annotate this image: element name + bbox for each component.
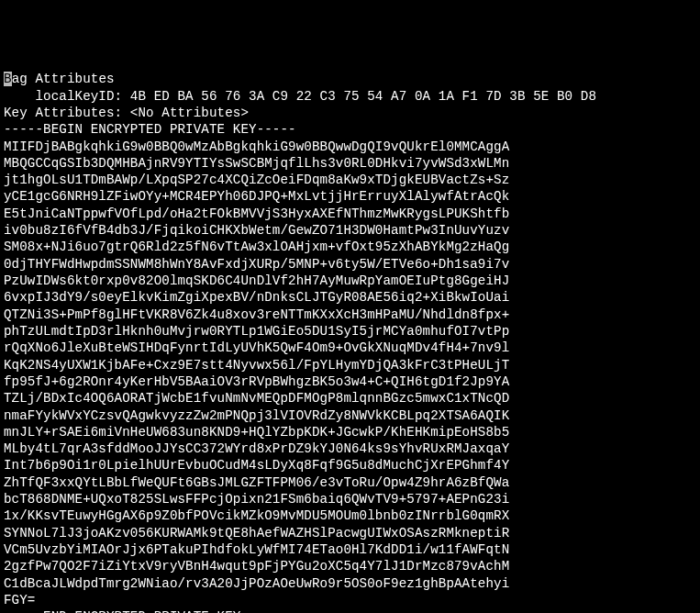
terminal-line: yCE1gcG6NRH9lZFiwOYy+MCR4EPYh06DJPQ+MxLv… xyxy=(4,188,696,205)
terminal-text: mnJLY+rSAEi6miVnHeUW683un8KND9+HQlYZbpKD… xyxy=(4,425,509,440)
terminal-text: phTzULmdtIpD3rlHknh0uMvjrw0RYTLp1WGiEo5D… xyxy=(4,324,509,339)
terminal-line: 0djTHYFWdHwpdmSSNWM8hWnY8AvFxdjXURp/5MNP… xyxy=(4,256,696,273)
terminal-line: SM08x+NJi6uo7gtrQ6Rld2z5fN6vTtAw3xlOAHjx… xyxy=(4,239,696,255)
terminal-text: ZhTfQF3xxQYtLBbLfWeQUFt6GBsJMLGZFTFPM06/… xyxy=(4,475,509,490)
terminal-text: SM08x+NJi6uo7gtrQ6Rld2z5fN6vTtAw3xlOAHjx… xyxy=(4,240,509,254)
terminal-text: C1dBcaJLWdpdTmrg2WNiao/rv3A20JjPOzAOeUwR… xyxy=(4,576,509,591)
terminal-text: Int7b6p9Oi1r0LpielhUUrEvbuOCudM4sLDyXq8F… xyxy=(4,458,509,473)
terminal-text: rQqXNo6JleXuBteWSIHDqFynrtIdLyUVhK5QwF4O… xyxy=(4,340,509,355)
terminal-line: TZLj/BDxIc4OQ6AORATjWcbE1fvuNmNvMEQpDFMO… xyxy=(4,390,696,407)
terminal-line: MLby4tL7qrA3sfddMooJJYsCC372WYrd8xPrDZ9k… xyxy=(4,440,696,457)
terminal-line: -----BEGIN ENCRYPTED PRIVATE KEY----- xyxy=(4,121,696,138)
terminal-text: -----BEGIN ENCRYPTED PRIVATE KEY----- xyxy=(4,122,296,137)
terminal-line: fp95fJ+6g2ROnr4yKerHbV5BAaiOV3rRVpBWhgzB… xyxy=(4,373,696,390)
terminal-text: jt1hgOLsU1TDmBAWp/LXpqSP27c4XCQiZcOeiFDq… xyxy=(4,173,509,187)
terminal-text: QTZNi3S+PmPf8glHFtVKR8V6Zk4u8xov3reNTTmK… xyxy=(4,307,509,322)
terminal-line: FGY= xyxy=(4,592,696,608)
terminal-text: ag Attributes xyxy=(12,72,115,86)
terminal-text: yCE1gcG6NRH9lZFiwOYy+MCR4EPYh06DJPQ+MxLv… xyxy=(4,189,509,204)
terminal-text: E5tJniCaNTppwfVOfLpd/oHa2tFOkBMVVjS3HyxA… xyxy=(4,206,509,221)
terminal-line: MIIFDjBABgkqhkiG9w0BBQ0wMzAbBgkqhkiG9w0B… xyxy=(4,139,696,155)
terminal-line: QTZNi3S+PmPf8glHFtVKR8V6Zk4u8xov3reNTTmK… xyxy=(4,306,696,323)
terminal-line: 2gzfPw7QO2F7iZiYtxV9ryVBnH4wqut9pFjPYGu2… xyxy=(4,558,696,574)
terminal-line: nmaFYykWVxYCzsvQAgwkvyzzZw2mPNQpj3lVIOVR… xyxy=(4,407,696,424)
terminal-output: Bag Attributes localKeyID: 4B ED BA 56 7… xyxy=(4,71,696,613)
terminal-text: VCm5UvzbYiMIAOrJjx6PTakuPIhdfokLyWfMI74E… xyxy=(4,542,509,557)
terminal-text: FGY= xyxy=(4,593,35,607)
terminal-line: KqK2NS4yUXW1KjbAFe+Cxz9E7stt4Nyvwx56l/Fp… xyxy=(4,357,696,373)
terminal-line: -----END ENCRYPTED PRIVATE KEY----- xyxy=(4,608,696,613)
terminal-text: iv0bu8zI6fVfB4db3J/FjqikoiCHKXbWetm/GewZ… xyxy=(4,223,509,238)
terminal-text: PzUwIDWs6kt0rxp0v82O0lmqSKD6C4UnDlVf2hH7… xyxy=(4,273,509,288)
terminal-line: Bag Attributes xyxy=(4,71,696,87)
terminal-text: TZLj/BDxIc4OQ6AORATjWcbE1fvuNmNvMEQpDFMO… xyxy=(4,391,509,406)
terminal-text: -----END ENCRYPTED PRIVATE KEY----- xyxy=(4,609,281,613)
terminal-line: rQqXNo6JleXuBteWSIHDqFynrtIdLyUVhK5QwF4O… xyxy=(4,340,696,356)
terminal-line: phTzULmdtIpD3rlHknh0uMvjrw0RYTLp1WGiEo5D… xyxy=(4,323,696,340)
terminal-line: Int7b6p9Oi1r0LpielhUUrEvbuOCudM4sLDyXq8F… xyxy=(4,457,696,474)
terminal-line: C1dBcaJLWdpdTmrg2WNiao/rv3A20JjPOzAOeUwR… xyxy=(4,575,696,592)
terminal-text: nmaFYykWVxYCzsvQAgwkvyzzZw2mPNQpj3lVIOVR… xyxy=(4,408,509,423)
terminal-text: Key Attributes: <No Attributes> xyxy=(4,106,249,120)
terminal-text: bcT868DNME+UQxoT825SLwsFFPcjOpixn21FSm6b… xyxy=(4,492,509,507)
terminal-line: PzUwIDWs6kt0rxp0v82O0lmqSKD6C4UnDlVf2hH7… xyxy=(4,273,696,289)
terminal-text: fp95fJ+6g2ROnr4yKerHbV5BAaiOV3rRVpBWhgzB… xyxy=(4,374,509,389)
terminal-text: 1x/KKsvTEuwyHGgAX6p9Z0bfPOVcikMZkO9MvMDU… xyxy=(4,508,509,523)
cursor-highlight: B xyxy=(4,72,12,86)
terminal-text: KqK2NS4yUXW1KjbAFe+Cxz9E7stt4Nyvwx56l/Fp… xyxy=(4,358,509,373)
terminal-line: ZhTfQF3xxQYtLBbLfWeQUFt6GBsJMLGZFTFPM06/… xyxy=(4,474,696,491)
terminal-text: localKeyID: 4B ED BA 56 76 3A C9 22 C3 7… xyxy=(4,89,596,104)
terminal-line: VCm5UvzbYiMIAOrJjx6PTakuPIhdfokLyWfMI74E… xyxy=(4,541,696,558)
terminal-line: iv0bu8zI6fVfB4db3J/FjqikoiCHKXbWetm/GewZ… xyxy=(4,222,696,239)
terminal-text: MBQGCCqGSIb3DQMHBAjnRV9YTIYsSwSCBMjqflLh… xyxy=(4,156,509,171)
terminal-text: SYNNoL7lJ3joAKzv056KURWAMk9tQE8hAefWAZHS… xyxy=(4,526,509,541)
terminal-line: SYNNoL7lJ3joAKzv056KURWAMk9tQE8hAefWAZHS… xyxy=(4,525,696,541)
terminal-text: 6vxpIJ3dY9/s0eyElkvKimZgiXpexBV/nDnksCLJ… xyxy=(4,290,509,305)
terminal-line: jt1hgOLsU1TDmBAWp/LXpqSP27c4XCQiZcOeiFDq… xyxy=(4,172,696,188)
terminal-line: 1x/KKsvTEuwyHGgAX6p9Z0bfPOVcikMZkO9MvMDU… xyxy=(4,507,696,524)
terminal-line: Key Attributes: <No Attributes> xyxy=(4,105,696,121)
terminal-line: localKeyID: 4B ED BA 56 76 3A C9 22 C3 7… xyxy=(4,88,696,105)
terminal-line: bcT868DNME+UQxoT825SLwsFFPcjOpixn21FSm6b… xyxy=(4,491,696,507)
terminal-line: 6vxpIJ3dY9/s0eyElkvKimZgiXpexBV/nDnksCLJ… xyxy=(4,289,696,306)
terminal-line: mnJLY+rSAEi6miVnHeUW683un8KND9+HQlYZbpKD… xyxy=(4,424,696,440)
terminal-text: 2gzfPw7QO2F7iZiYtxV9ryVBnH4wqut9pFjPYGu2… xyxy=(4,559,509,574)
terminal-text: MLby4tL7qrA3sfddMooJJYsCC372WYrd8xPrDZ9k… xyxy=(4,441,509,456)
terminal-text: MIIFDjBABgkqhkiG9w0BBQ0wMzAbBgkqhkiG9w0B… xyxy=(4,139,509,154)
terminal-line: E5tJniCaNTppwfVOfLpd/oHa2tFOkBMVVjS3HyxA… xyxy=(4,206,696,222)
terminal-text: 0djTHYFWdHwpdmSSNWM8hWnY8AvFxdjXURp/5MNP… xyxy=(4,257,509,272)
terminal-line: MBQGCCqGSIb3DQMHBAjnRV9YTIYsSwSCBMjqflLh… xyxy=(4,155,696,172)
